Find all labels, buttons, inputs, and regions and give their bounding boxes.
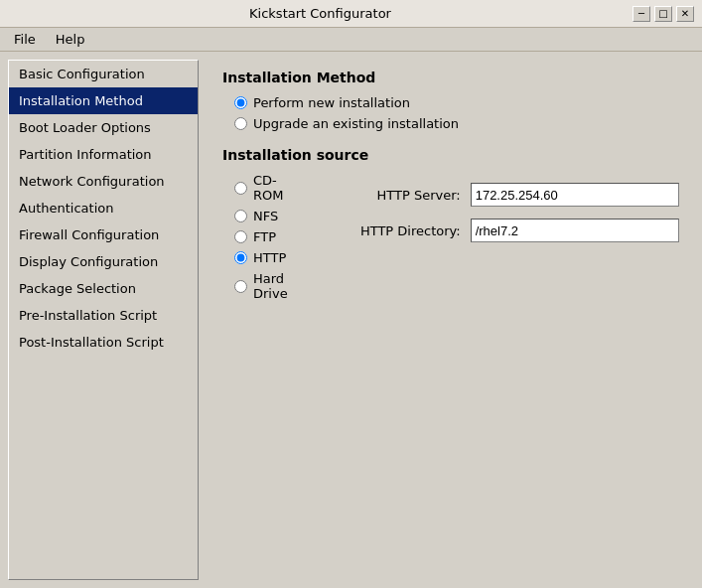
nfs-radio[interactable] [234, 210, 247, 222]
cdrom-label[interactable]: CD-ROM [253, 173, 288, 203]
sidebar-item-display-configuration[interactable]: Display Configuration [9, 248, 198, 275]
install-option-upgrade: Upgrade an existing installation [234, 116, 678, 131]
http-directory-label: HTTP Directory: [332, 223, 461, 238]
http-fields: HTTP Server: HTTP Directory: [320, 183, 679, 301]
menu-help[interactable]: Help [48, 30, 93, 49]
sidebar-item-basic-configuration[interactable]: Basic Configuration [9, 61, 198, 87]
sidebar-item-post-installation-script[interactable]: Post-Installation Script [9, 329, 198, 356]
sidebar-item-package-selection[interactable]: Package Selection [9, 275, 198, 302]
perform-new-label[interactable]: Perform new installation [253, 95, 410, 110]
menu-file[interactable]: File [6, 30, 44, 49]
main-container: Basic Configuration Installation Method … [0, 52, 702, 588]
http-directory-row: HTTP Directory: [332, 219, 679, 242]
source-option-http: HTTP [234, 250, 288, 265]
installation-source-section: Installation source CD-ROM NFS FTP [222, 147, 678, 301]
http-label[interactable]: HTTP [253, 250, 286, 265]
install-option-perform-new: Perform new installation [234, 95, 678, 110]
nfs-label[interactable]: NFS [253, 209, 278, 223]
titlebar-controls: ─ □ ✕ [632, 6, 694, 22]
upgrade-existing-radio[interactable] [234, 117, 247, 130]
sidebar-item-firewall-configuration[interactable]: Firewall Configuration [9, 221, 198, 248]
minimize-button[interactable]: ─ [632, 6, 650, 22]
menubar: File Help [0, 28, 702, 52]
source-option-hard-drive: Hard Drive [234, 271, 288, 301]
cdrom-radio[interactable] [234, 182, 247, 195]
source-options-group: CD-ROM NFS FTP HTTP [234, 173, 288, 301]
source-option-cdrom: CD-ROM [234, 173, 288, 203]
sidebar-item-partition-information[interactable]: Partition Information [9, 141, 198, 168]
perform-new-radio[interactable] [234, 96, 247, 109]
upgrade-existing-label[interactable]: Upgrade an existing installation [253, 116, 459, 131]
installation-source-title: Installation source [222, 147, 678, 163]
sidebar: Basic Configuration Installation Method … [8, 60, 199, 580]
installation-method-title: Installation Method [222, 70, 678, 85]
sidebar-item-installation-method[interactable]: Installation Method [9, 87, 198, 114]
source-content: CD-ROM NFS FTP HTTP [222, 173, 678, 301]
titlebar-title: Kickstart Configurator [8, 6, 632, 21]
hard-drive-label[interactable]: Hard Drive [253, 271, 288, 301]
sidebar-item-authentication[interactable]: Authentication [9, 195, 198, 221]
http-server-row: HTTP Server: [332, 183, 679, 207]
http-directory-input[interactable] [471, 219, 679, 242]
source-option-ftp: FTP [234, 229, 288, 244]
maximize-button[interactable]: □ [654, 6, 672, 22]
http-server-label: HTTP Server: [332, 188, 461, 203]
ftp-label[interactable]: FTP [253, 229, 276, 244]
close-button[interactable]: ✕ [676, 6, 694, 22]
http-server-input[interactable] [471, 183, 679, 207]
titlebar: Kickstart Configurator ─ □ ✕ [0, 0, 702, 28]
content-panel: Installation Method Perform new installa… [207, 60, 694, 580]
sidebar-item-boot-loader-options[interactable]: Boot Loader Options [9, 114, 198, 141]
sidebar-item-pre-installation-script[interactable]: Pre-Installation Script [9, 302, 198, 329]
hard-drive-radio[interactable] [234, 280, 247, 293]
source-option-nfs: NFS [234, 209, 288, 223]
ftp-radio[interactable] [234, 230, 247, 243]
install-options-group: Perform new installation Upgrade an exis… [234, 95, 678, 131]
sidebar-item-network-configuration[interactable]: Network Configuration [9, 168, 198, 195]
http-radio[interactable] [234, 251, 247, 264]
